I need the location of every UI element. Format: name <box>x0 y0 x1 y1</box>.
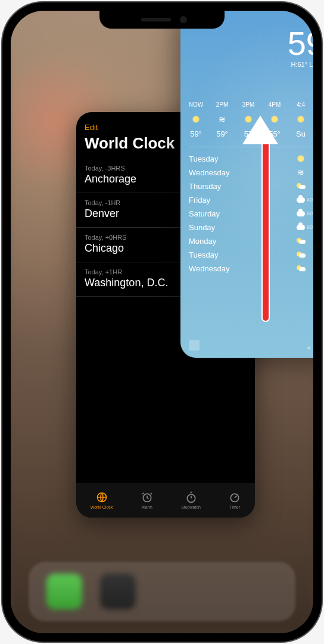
partly-cloudy-icon <box>295 252 307 258</box>
dot <box>307 346 310 349</box>
day-name: Monday <box>189 237 295 246</box>
sun-icon <box>183 113 209 126</box>
day-row: Sunday60% <box>189 221 313 234</box>
tab-world-clock[interactable]: World Clock <box>91 491 113 509</box>
hi-lo: H:61° L:27° <box>191 61 313 68</box>
timer-icon <box>229 491 241 503</box>
globe-icon <box>96 491 108 503</box>
tab-alarm[interactable]: Alarm <box>141 491 153 509</box>
notch <box>99 11 225 29</box>
cloud-icon <box>295 211 307 216</box>
weather-provider-icon <box>189 340 200 351</box>
hour-temp: 59° <box>183 129 209 138</box>
tab-label: Alarm <box>142 505 152 509</box>
day-row: Tuesday <box>189 152 313 166</box>
daily-forecast[interactable]: Tuesday Wednesday≋ Thursday Friday40% Sa… <box>180 150 313 278</box>
tab-label: Stopwatch <box>181 505 201 509</box>
day-row: Wednesday <box>189 262 313 275</box>
hour-label: 3PM <box>235 101 261 108</box>
day-name: Thursday <box>189 182 295 191</box>
tab-bar: World Clock Alarm Stopwatch Timer <box>76 483 255 518</box>
hour-temp: 57 <box>235 129 261 138</box>
partly-cloudy-icon <box>295 183 307 189</box>
hourly-forecast[interactable]: Now 59° 2PM ≋ 59° 3PM 57 4PM 55° <box>180 68 313 144</box>
hour-temp: Su <box>288 129 313 138</box>
separator <box>189 147 313 147</box>
hour-label: 2PM <box>209 101 235 108</box>
phone-screen: Clock Edit World Clock Today, -3HRS Anch… <box>11 11 313 633</box>
day-name: Friday <box>189 196 295 205</box>
tab-label: World Clock <box>91 505 113 509</box>
day-name: Saturday <box>189 209 295 218</box>
dock-blur <box>29 562 295 621</box>
app-card-weather[interactable]: 59 H:61° L:27° Now 59° 2PM ≋ 59° 3PM 57 <box>180 11 313 358</box>
stopwatch-icon <box>185 491 197 503</box>
partly-cloudy-icon <box>295 265 307 271</box>
sun-icon <box>235 113 261 126</box>
hour-col: 3PM 57 <box>235 101 261 138</box>
day-row: Thursday <box>189 179 313 193</box>
hour-col: 2PM ≋ 59° <box>209 101 235 138</box>
hour-col: 4PM 55° <box>261 101 288 138</box>
partly-cloudy-icon <box>295 238 307 244</box>
tab-label: Timer <box>229 505 240 509</box>
alarm-icon <box>141 491 153 503</box>
tab-stopwatch[interactable]: Stopwatch <box>181 491 201 509</box>
day-row: Saturday60% <box>189 207 313 221</box>
hour-label: Now <box>183 101 209 108</box>
hour-label: 4:4 <box>288 101 313 108</box>
day-row: Monday <box>189 234 313 248</box>
day-name: Tuesday <box>189 250 295 259</box>
sun-icon <box>288 113 313 126</box>
wind-icon: ≋ <box>209 113 235 126</box>
day-name: Wednesday <box>189 168 295 177</box>
wind-icon: ≋ <box>295 168 307 177</box>
precip-pct: 40% <box>307 197 313 203</box>
day-name: Wednesday <box>189 264 295 273</box>
day-row: Tuesday <box>189 248 313 262</box>
svg-point-3 <box>231 494 239 501</box>
precip-pct: 60% <box>307 224 313 230</box>
day-name: Sunday <box>189 223 295 232</box>
hour-temp: 59° <box>209 129 235 138</box>
page-indicator[interactable] <box>307 346 313 349</box>
hour-col: Now 59° <box>183 101 209 138</box>
phone-frame: Clock Edit World Clock Today, -3HRS Anch… <box>2 2 322 642</box>
day-row: Friday40% <box>189 193 313 207</box>
day-row: Wednesday≋ <box>189 166 313 179</box>
hour-label: 4PM <box>261 101 288 108</box>
precip-pct: 60% <box>307 210 313 216</box>
cloud-icon <box>295 197 307 203</box>
tab-timer[interactable]: Timer <box>229 491 241 509</box>
day-name: Tuesday <box>189 154 295 163</box>
hour-col: 4:4 Su <box>288 101 313 138</box>
sun-icon <box>261 113 288 126</box>
cloud-icon <box>295 225 307 230</box>
hour-temp: 55° <box>261 129 288 138</box>
sun-icon <box>295 156 307 162</box>
current-temp: 59 <box>191 29 313 58</box>
